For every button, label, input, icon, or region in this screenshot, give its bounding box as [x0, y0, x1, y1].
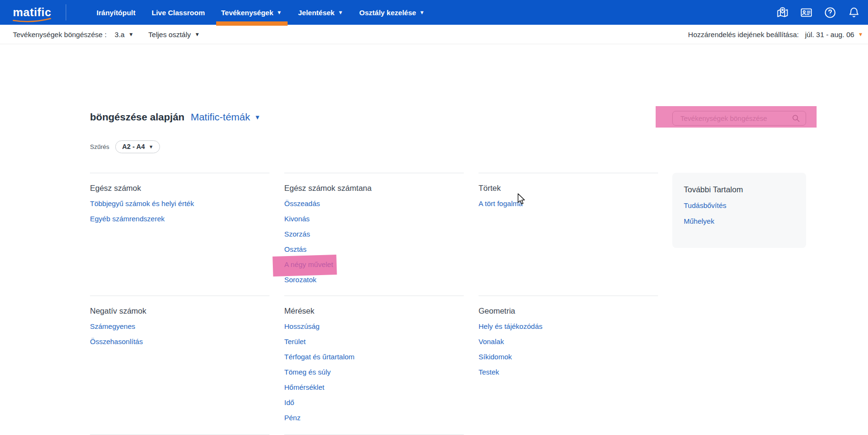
list-item: Síkidomok — [479, 352, 658, 361]
topic-link[interactable]: Többjegyű számok és helyi érték — [90, 199, 194, 208]
aside-link-enrichment[interactable]: Tudásbővítés — [684, 201, 727, 209]
id-card-icon[interactable] — [800, 6, 813, 19]
main-content: böngészése alapján Matific-témák ▼ Szűré… — [0, 44, 868, 435]
topic-link[interactable]: Összeadás — [284, 199, 320, 208]
aside-title: További Tartalom — [684, 185, 806, 194]
help-icon[interactable] — [824, 6, 837, 19]
topic-link[interactable]: Hely és tájékozódás — [479, 322, 542, 330]
list-item: Terület — [284, 337, 464, 346]
list-item: Kivonás — [284, 214, 464, 223]
navbar-icon-group — [776, 0, 860, 25]
nav-item-class-management[interactable]: Osztály kezelése ▼ — [359, 1, 425, 24]
logo-swoosh-icon — [12, 18, 52, 22]
activity-search — [672, 111, 806, 126]
chevron-down-icon: ▼ — [254, 114, 260, 121]
map-location-icon[interactable] — [776, 6, 789, 19]
topic-link[interactable]: Hőmérséklet — [284, 383, 324, 391]
matific-logo[interactable]: matific — [13, 6, 51, 19]
chevron-down-icon: ▼ — [129, 31, 134, 37]
section-title: Törtek — [479, 184, 658, 193]
list-item: A négy művelet — [284, 260, 464, 269]
topic-link[interactable]: Számegyenes — [90, 322, 135, 330]
topic-link[interactable]: Térfogat és űrtartalom — [284, 353, 355, 361]
nav-item-activities[interactable]: Tevékenységek ▼ — [221, 1, 282, 24]
nav-item-dashboard[interactable]: Irányítópult — [97, 1, 136, 24]
list-item: Osztás — [284, 245, 464, 254]
topics-grid: Egész számok Többjegyű számok és helyi é… — [90, 173, 658, 435]
browse-label: Tevékenységek böngészése : — [13, 30, 107, 39]
section-geometry: Geometria Hely és tájékozódás Vonalak Sí… — [479, 296, 658, 435]
list-item: Összehasonlítás — [90, 337, 269, 346]
section-negative-numbers: Negatív számok Számegyenes Összehasonlít… — [90, 296, 269, 435]
list-item: Tömeg és súly — [284, 367, 464, 376]
list-item: Műhelyek — [684, 217, 806, 226]
section-whole-numbers: Egész számok Többjegyű számok és helyi é… — [90, 173, 269, 296]
chevron-down-icon: ▼ — [338, 10, 343, 15]
filter-label: Szűrés — [90, 143, 109, 150]
topic-link-highlighted[interactable]: A négy művelet — [284, 260, 333, 268]
section-title: Negatív számok — [90, 306, 269, 316]
topic-selector-dropdown[interactable]: Matific-témák ▼ — [190, 111, 260, 123]
chevron-down-icon: ▼ — [277, 10, 282, 15]
grade-filter-dropdown[interactable]: A2 - A4 ▼ — [115, 140, 160, 153]
topic-link[interactable]: Idő — [284, 398, 294, 406]
topic-link[interactable]: Pénz — [284, 414, 300, 422]
list-item: Egyéb számrendszerek — [90, 214, 269, 223]
browse-subheader: Tevékenységek böngészése : 3.a ▼ Teljes … — [0, 25, 868, 44]
list-item: A tört fogalma — [479, 199, 658, 208]
section-fractions: Törtek A tört fogalma — [479, 173, 658, 296]
topic-link[interactable]: A tört fogalma — [479, 199, 523, 208]
assignment-time-label: Hozzárendelés idejének beállítása: — [688, 30, 799, 39]
chevron-down-icon: ▼ — [149, 144, 153, 149]
nav-item-reports[interactable]: Jelentések ▼ — [298, 1, 343, 24]
list-item: Sorozatok — [284, 275, 464, 284]
section-title: Mérések — [284, 306, 464, 316]
active-tab-indicator — [216, 21, 288, 26]
topic-link[interactable]: Kivonás — [284, 215, 309, 223]
nav-divider — [66, 4, 66, 20]
logo-text: matific — [13, 6, 51, 19]
list-item: Többjegyű számok és helyi érték — [90, 199, 269, 208]
search-input[interactable] — [672, 111, 806, 126]
aside-link-workshops[interactable]: Műhelyek — [684, 217, 714, 225]
topic-link[interactable]: Sorozatok — [284, 276, 317, 284]
list-item: Hely és tájékozódás — [479, 322, 658, 331]
topic-link[interactable]: Vonalak — [479, 337, 504, 346]
top-navbar: matific Irányítópult Live Classroom Tevé… — [0, 0, 868, 25]
topic-link[interactable]: Síkidomok — [479, 353, 512, 361]
filter-row: Szűrés A2 - A4 ▼ — [90, 140, 160, 153]
section-whole-number-arithmetic: Egész számok számtana Összeadás Kivonás … — [284, 173, 464, 296]
list-item: Idő — [284, 398, 464, 407]
additional-content-card: További Tartalom Tudásbővítés Műhelyek — [672, 173, 806, 248]
chevron-down-icon: ▼ — [195, 31, 200, 37]
list-item: Térfogat és űrtartalom — [284, 352, 464, 361]
section-measurement: Mérések Hosszúság Terület Térfogat és űr… — [284, 296, 464, 435]
list-item: Hőmérséklet — [284, 383, 464, 392]
list-item: Vonalak — [479, 337, 658, 346]
topic-link[interactable]: Szorzás — [284, 230, 310, 238]
chevron-down-icon: ▼ — [858, 31, 863, 37]
topic-link[interactable]: Hosszúság — [284, 322, 319, 330]
topic-link[interactable]: Osztás — [284, 245, 307, 253]
topic-link[interactable]: Tömeg és súly — [284, 368, 331, 376]
section-title: Geometria — [479, 306, 658, 316]
search-icon[interactable] — [792, 114, 800, 122]
nav-item-live-classroom[interactable]: Live Classroom — [152, 1, 205, 24]
heading-row: böngészése alapján Matific-témák ▼ — [90, 111, 260, 123]
list-item: Tudásbővítés — [684, 201, 806, 210]
list-item: Számegyenes — [90, 322, 269, 331]
topic-link[interactable]: Összehasonlítás — [90, 337, 143, 346]
page-title: böngészése alapján — [90, 111, 184, 123]
chevron-down-icon: ▼ — [419, 10, 425, 15]
topic-link[interactable]: Egyéb számrendszerek — [90, 215, 165, 223]
section-title: Egész számok — [90, 184, 269, 193]
topic-link[interactable]: Testek — [479, 368, 499, 376]
section-title: Egész számok számtana — [284, 184, 464, 193]
date-range-dropdown[interactable]: júl. 31 - aug. 06 ▼ — [805, 30, 863, 39]
list-item: Összeadás — [284, 199, 464, 208]
class-dropdown[interactable]: 3.a ▼ — [115, 30, 134, 39]
topic-link[interactable]: Terület — [284, 337, 306, 346]
notifications-icon[interactable] — [848, 6, 860, 19]
student-group-dropdown[interactable]: Teljes osztály ▼ — [149, 30, 200, 39]
list-item: Pénz — [284, 413, 464, 422]
